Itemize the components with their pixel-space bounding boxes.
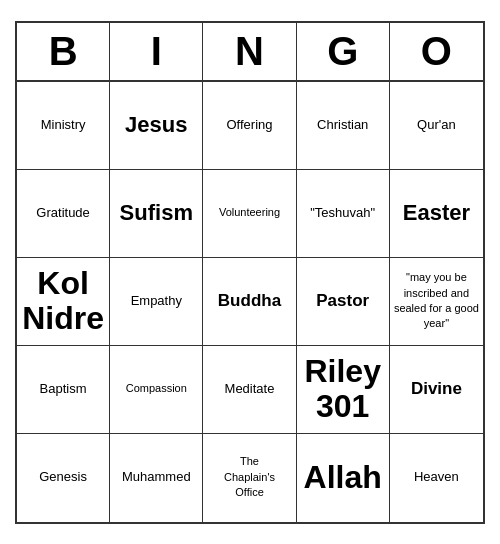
bingo-cell-3: Christian: [297, 82, 390, 170]
bingo-cell-24: Heaven: [390, 434, 483, 522]
bingo-cell-20: Genesis: [17, 434, 110, 522]
header-letter-G: G: [297, 23, 390, 80]
header-letter-B: B: [17, 23, 110, 80]
bingo-cell-23: Allah: [297, 434, 390, 522]
bingo-cell-5: Gratitude: [17, 170, 110, 258]
bingo-cell-22: The Chaplain's Office: [203, 434, 296, 522]
header-letter-I: I: [110, 23, 203, 80]
bingo-cell-21: Muhammed: [110, 434, 203, 522]
bingo-grid: MinistryJesusOfferingChristianQur'anGrat…: [17, 82, 483, 522]
bingo-cell-16: Compassion: [110, 346, 203, 434]
bingo-cell-19: Divine: [390, 346, 483, 434]
bingo-cell-11: Empathy: [110, 258, 203, 346]
bingo-cell-15: Baptism: [17, 346, 110, 434]
bingo-cell-14: "may you be inscribed and sealed for a g…: [390, 258, 483, 346]
bingo-cell-9: Easter: [390, 170, 483, 258]
bingo-cell-13: Pastor: [297, 258, 390, 346]
bingo-cell-7: Volunteering: [203, 170, 296, 258]
header-letter-O: O: [390, 23, 483, 80]
header-letter-N: N: [203, 23, 296, 80]
bingo-cell-12: Buddha: [203, 258, 296, 346]
bingo-cell-8: "Teshuvah": [297, 170, 390, 258]
bingo-header: BINGO: [17, 23, 483, 82]
bingo-cell-18: Riley 301: [297, 346, 390, 434]
bingo-cell-4: Qur'an: [390, 82, 483, 170]
bingo-card: BINGO MinistryJesusOfferingChristianQur'…: [15, 21, 485, 524]
bingo-cell-17: Meditate: [203, 346, 296, 434]
bingo-cell-10: Kol Nidre: [17, 258, 110, 346]
bingo-cell-2: Offering: [203, 82, 296, 170]
bingo-cell-6: Sufism: [110, 170, 203, 258]
bingo-cell-1: Jesus: [110, 82, 203, 170]
bingo-cell-0: Ministry: [17, 82, 110, 170]
